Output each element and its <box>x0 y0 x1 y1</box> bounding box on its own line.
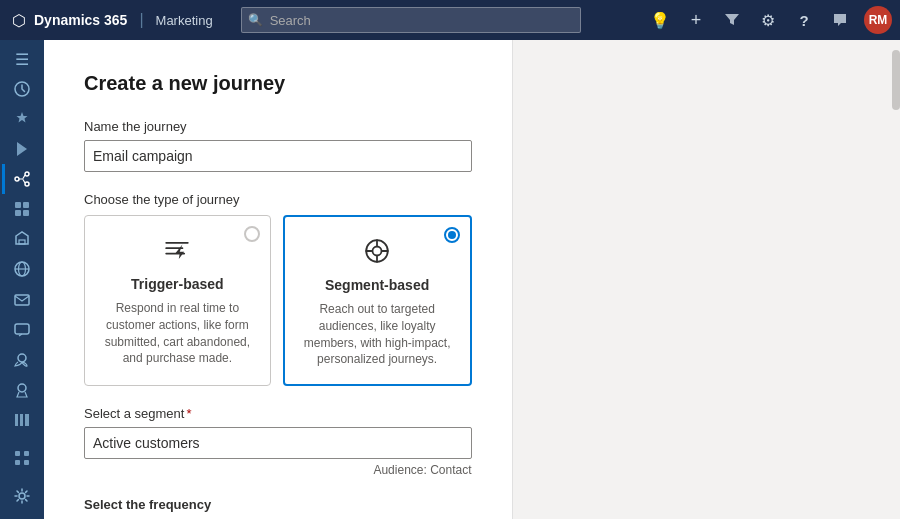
frequency-label: Select the frequency <box>84 497 472 512</box>
journey-name-label: Name the journey <box>84 119 472 134</box>
form-panel: Create a new journey Name the journey Ch… <box>44 40 513 519</box>
segment-card-title: Segment-based <box>301 277 454 293</box>
content-area: Create a new journey Name the journey Ch… <box>44 40 900 519</box>
trigger-icon <box>101 232 254 268</box>
search-area: 🔍 <box>241 7 581 33</box>
brand-name: Dynamics 365 <box>34 12 127 28</box>
page-title: Create a new journey <box>84 72 472 95</box>
segment-radio <box>444 227 460 243</box>
nav-divider: | <box>139 11 143 29</box>
trigger-card-desc: Respond in real time to customer actions… <box>101 300 254 367</box>
module-name: Marketing <box>156 13 213 28</box>
sidebar-item-sms[interactable] <box>2 315 42 345</box>
sidebar-item-chat[interactable] <box>2 345 42 375</box>
nav-actions: 💡 + ⚙ ? RM <box>644 4 900 36</box>
svg-rect-8 <box>23 210 29 216</box>
svg-point-24 <box>19 493 25 499</box>
segment-label: Select a segment* <box>84 406 472 421</box>
sidebar-item-segments[interactable] <box>2 194 42 224</box>
journey-type-cards: Trigger-based Respond in real time to cu… <box>84 215 472 386</box>
user-avatar[interactable]: RM <box>864 6 892 34</box>
dynamics-logo: ⬡ <box>12 11 26 30</box>
svg-rect-18 <box>20 414 23 426</box>
svg-rect-5 <box>15 202 21 208</box>
sidebar: ☰ <box>0 40 44 519</box>
segment-card-desc: Reach out to targeted audiences, like lo… <box>301 301 454 368</box>
svg-rect-17 <box>15 414 18 426</box>
sidebar-item-recent[interactable] <box>2 74 42 104</box>
main-layout: ☰ <box>0 40 900 519</box>
segment-group: Select a segment* Audience: Contact <box>84 406 472 477</box>
sidebar-item-awards[interactable] <box>2 375 42 405</box>
segment-icon <box>301 233 454 269</box>
frequency-section: Select the frequency A one-time journey … <box>84 497 472 519</box>
svg-rect-14 <box>15 324 29 334</box>
sidebar-item-hamburger[interactable]: ☰ <box>2 44 42 74</box>
sidebar-item-admin[interactable] <box>2 481 42 511</box>
sidebar-item-marketing[interactable] <box>2 224 42 254</box>
svg-point-15 <box>18 354 26 362</box>
top-navigation: ⬡ Dynamics 365 | Marketing 🔍 💡 + ⚙ ? RM <box>0 0 900 40</box>
add-icon[interactable]: + <box>680 4 712 36</box>
svg-point-26 <box>373 247 382 256</box>
required-marker: * <box>186 406 191 421</box>
svg-point-16 <box>18 384 26 392</box>
svg-rect-6 <box>23 202 29 208</box>
svg-rect-13 <box>15 295 29 305</box>
lightbulb-icon[interactable]: 💡 <box>644 4 676 36</box>
journey-type-group: Choose the type of journey Trigger-based <box>84 192 472 386</box>
svg-rect-21 <box>24 451 29 456</box>
journey-type-label: Choose the type of journey <box>84 192 472 207</box>
journey-name-input[interactable] <box>84 140 472 172</box>
svg-rect-23 <box>24 460 29 465</box>
sidebar-item-library[interactable] <box>2 405 42 435</box>
sidebar-item-pinned[interactable] <box>2 104 42 134</box>
svg-point-3 <box>25 172 29 176</box>
funnel-icon[interactable] <box>716 4 748 36</box>
svg-point-4 <box>25 182 29 186</box>
journey-name-group: Name the journey <box>84 119 472 172</box>
sidebar-item-globe[interactable] <box>2 254 42 284</box>
segment-audience-hint: Audience: Contact <box>84 463 472 477</box>
right-panel <box>513 40 901 519</box>
svg-point-2 <box>15 177 19 181</box>
gear-icon[interactable]: ⚙ <box>752 4 784 36</box>
sidebar-item-apps[interactable] <box>2 443 42 473</box>
svg-rect-20 <box>15 451 20 456</box>
trigger-radio <box>244 226 260 242</box>
brand-area: ⬡ Dynamics 365 | Marketing <box>0 11 225 30</box>
segment-based-card[interactable]: Segment-based Reach out to targeted audi… <box>283 215 472 386</box>
sidebar-item-email[interactable] <box>2 285 42 315</box>
search-icon: 🔍 <box>248 13 263 27</box>
segment-input-wrapper <box>84 427 472 459</box>
svg-rect-7 <box>15 210 21 216</box>
svg-rect-19 <box>25 414 29 426</box>
help-icon[interactable]: ? <box>788 4 820 36</box>
search-input[interactable] <box>241 7 581 33</box>
svg-marker-1 <box>17 142 27 156</box>
trigger-card-title: Trigger-based <box>101 276 254 292</box>
segment-input[interactable] <box>84 427 472 459</box>
sidebar-item-play[interactable] <box>2 134 42 164</box>
sidebar-item-journeys[interactable] <box>2 164 42 194</box>
trigger-based-card[interactable]: Trigger-based Respond in real time to cu… <box>84 215 271 386</box>
comment-icon[interactable] <box>824 4 856 36</box>
svg-rect-22 <box>15 460 20 465</box>
